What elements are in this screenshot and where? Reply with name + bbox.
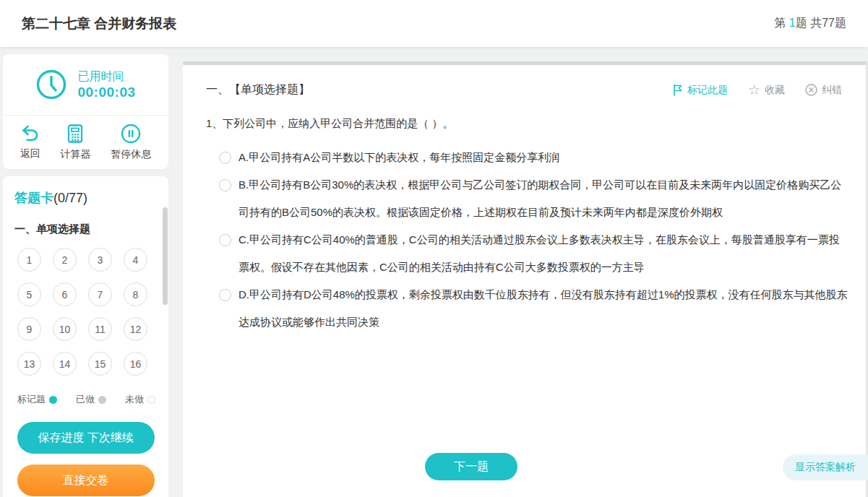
save-progress-button[interactable]: 保存进度 下次继续 (17, 422, 155, 454)
toolbar: 返回 计算器 (3, 116, 168, 168)
question-number-button[interactable]: 8 (124, 282, 147, 306)
option-body: 甲公司持有A公司半数以下的表决权，每年按照固定金额分享利润 (249, 151, 559, 163)
question-number-button[interactable]: 5 (17, 282, 41, 306)
question-number-button[interactable]: 15 (88, 352, 112, 376)
back-label: 返回 (20, 147, 40, 160)
question-number-button[interactable]: 14 (53, 352, 77, 376)
legend-label: 标记题 (17, 393, 46, 406)
option-key: D. (239, 288, 249, 301)
radio-button[interactable] (219, 152, 231, 164)
calculator-button[interactable]: 计算器 (60, 124, 90, 161)
error-circle-icon (805, 84, 817, 96)
page-title: 第二十七章 合并财务报表 (22, 14, 176, 33)
bottom-row: 下一题 显示答案解析 (183, 453, 868, 480)
sidebar: 已用时间 00:00:03 返回 (3, 54, 168, 497)
question-number-button[interactable]: 16 (124, 352, 147, 376)
answer-card-progress: (0/77) (53, 191, 87, 205)
section-title: 一、【单项选择题】 (206, 82, 310, 98)
question-number-button[interactable]: 6 (53, 282, 77, 306)
timer-section: 已用时间 00:00:03 (3, 54, 168, 116)
question-number-button[interactable]: 9 (17, 317, 41, 341)
calculator-icon (65, 124, 85, 144)
question-number-button[interactable]: 12 (124, 317, 147, 341)
question-number-grid: 1 2 3 4 5 6 7 8 9 10 11 12 (17, 248, 157, 376)
back-button[interactable]: 返回 (20, 124, 40, 160)
star-icon: ☆ (748, 83, 760, 97)
report-error-button[interactable]: 纠错 (805, 84, 842, 97)
timer-label: 已用时间 (77, 69, 135, 85)
question-number-button[interactable]: 3 (88, 248, 112, 272)
option-body: 甲公司持有D公司48%的投票权，剩余投票权由数千位股东持有，但没有股东持有超过1… (239, 288, 848, 328)
option-row[interactable]: B.甲公司持有B公司30%的表决权，根据甲公司与乙公司签订的期权合同，甲公司可以… (219, 171, 849, 226)
answer-card-label: 答题卡 (14, 191, 53, 205)
favorite-button[interactable]: ☆ 收藏 (748, 83, 785, 97)
legend-dot (147, 396, 155, 404)
option-body: 甲公司持有C公司40%的普通股，C公司的相关活动通过股东会议上多数表决权主导，在… (239, 233, 840, 273)
pause-label: 暂停休息 (111, 148, 151, 161)
answer-card-section: 一、单项选择题 (14, 222, 157, 236)
answer-card: 答题卡(0/77) 一、单项选择题 1 2 3 4 5 6 7 8 9 (3, 176, 168, 497)
legend-dot (49, 396, 57, 404)
question-counter: 第 1题 共77题 (774, 16, 846, 31)
counter-current: 1 (789, 17, 796, 29)
counter-suffix: 题 共77题 (796, 17, 846, 29)
option-key: C. (239, 233, 249, 246)
option-text: C.甲公司持有C公司40%的普通股，C公司的相关活动通过股东会议上多数表决权主导… (239, 226, 849, 281)
report-error-label: 纠错 (822, 84, 842, 97)
top-header: 第二十七章 合并财务报表 第 1题 共77题 (0, 0, 868, 47)
options-list: A.甲公司持有A公司半数以下的表决权，每年按照固定金额分享利润 B.甲公司持有B… (183, 131, 868, 336)
flag-icon (672, 84, 683, 96)
mark-question-label: 标记此题 (687, 84, 728, 97)
pause-button[interactable]: 暂停休息 (111, 124, 151, 161)
radio-button[interactable] (219, 234, 231, 246)
timer-value: 00:00:03 (77, 85, 135, 100)
calculator-label: 计算器 (60, 148, 90, 161)
mark-question-button[interactable]: 标记此题 (672, 84, 728, 97)
answer-card-title: 答题卡(0/77) (14, 189, 157, 207)
question-actions: 标记此题 ☆ 收藏 纠错 (672, 83, 842, 97)
question-panel: 一、【单项选择题】 标记此题 ☆ 收藏 (183, 61, 868, 497)
option-key: A. (239, 151, 249, 163)
favorite-label: 收藏 (765, 84, 785, 97)
radio-button[interactable] (219, 289, 231, 301)
radio-button[interactable] (219, 179, 231, 191)
option-key: B. (239, 178, 249, 191)
option-text: D.甲公司持有D公司48%的投票权，剩余投票权由数千位股东持有，但没有股东持有超… (239, 281, 849, 336)
sidebar-scrollbar[interactable] (163, 207, 168, 305)
legend-label: 未做 (125, 393, 144, 406)
option-row[interactable]: D.甲公司持有D公司48%的投票权，剩余投票权由数千位股东持有，但没有股东持有超… (219, 281, 849, 336)
timer-card: 已用时间 00:00:03 返回 (3, 54, 168, 169)
legend-item: 已做 (76, 393, 106, 406)
legend-item: 未做 (125, 393, 155, 406)
option-row[interactable]: C.甲公司持有C公司40%的普通股，C公司的相关活动通过股东会议上多数表决权主导… (219, 226, 849, 281)
legend-label: 已做 (76, 393, 95, 406)
show-answer-button[interactable]: 显示答案解析 (783, 454, 868, 480)
next-question-button[interactable]: 下一题 (425, 453, 517, 480)
question-number-button[interactable]: 7 (88, 282, 112, 306)
option-row[interactable]: A.甲公司持有A公司半数以下的表决权，每年按照固定金额分享利润 (219, 144, 849, 171)
legend-item: 标记题 (17, 393, 57, 406)
legend: 标记题 已做 未做 (17, 393, 155, 406)
question-number-button[interactable]: 2 (53, 248, 77, 272)
option-body: 甲公司持有B公司30%的表决权，根据甲公司与乙公司签订的期权合同，甲公司可以在目… (239, 178, 841, 218)
question-number-button[interactable]: 1 (17, 248, 41, 272)
question-number-button[interactable]: 11 (88, 317, 112, 341)
clock-icon (35, 69, 67, 100)
pause-icon (121, 124, 141, 144)
question-number-button[interactable]: 4 (124, 248, 147, 272)
option-text: A.甲公司持有A公司半数以下的表决权，每年按照固定金额分享利润 (239, 144, 559, 171)
option-text: B.甲公司持有B公司30%的表决权，根据甲公司与乙公司签订的期权合同，甲公司可以… (239, 171, 849, 226)
submit-button[interactable]: 直接交卷 (17, 464, 155, 496)
question-number-button[interactable]: 10 (53, 317, 77, 341)
undo-icon (20, 124, 40, 143)
question-text: 1、下列公司中，应纳入甲公司合并范围的是（ ）。 (183, 98, 868, 131)
legend-dot (98, 396, 106, 404)
question-number-button[interactable]: 13 (17, 352, 41, 376)
counter-prefix: 第 (774, 17, 788, 29)
